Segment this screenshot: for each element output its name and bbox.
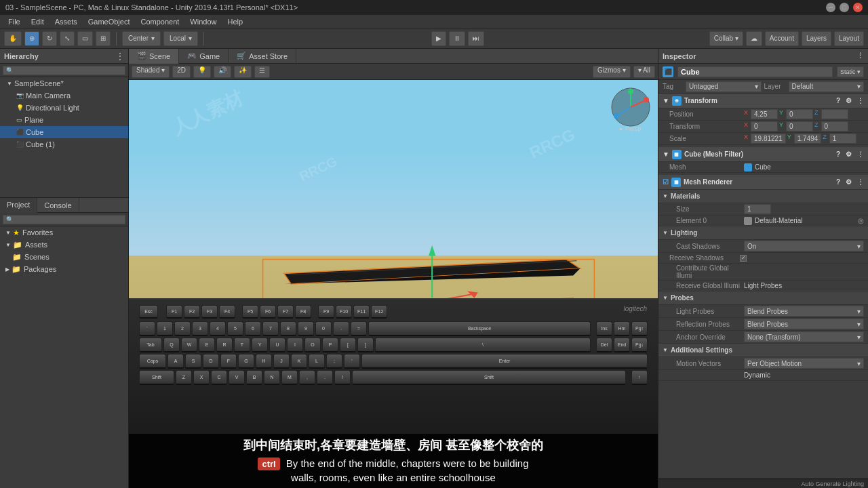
minimize-button[interactable]: ─ [826, 3, 835, 12]
menu-window[interactable]: Window [184, 18, 222, 26]
transform-help[interactable]: ? [836, 97, 840, 104]
rot-y-input[interactable]: 0 [786, 121, 813, 131]
pivot-dropdown[interactable]: Center ▾ [122, 31, 161, 46]
key-c: C [211, 370, 227, 385]
additional-settings-section[interactable]: ▼ Additional Settings [658, 344, 868, 357]
probes-section[interactable]: ▼ Probes [658, 291, 868, 305]
hierarchy-options[interactable]: ⋮ [116, 52, 124, 61]
pos-x-label: X [744, 109, 748, 119]
project-item-favorites[interactable]: ▼ ★ Favorites [0, 226, 128, 239]
close-button[interactable]: ✕ [853, 3, 863, 12]
tool-multi[interactable]: ⊞ [96, 31, 111, 46]
pos-x-input[interactable]: 4.25 [751, 109, 778, 119]
project-item-scenes[interactable]: 📁 Scenes [0, 251, 128, 263]
hidden-objects[interactable]: ☰ [254, 66, 270, 78]
mf-settings[interactable]: ⚙ [846, 150, 852, 158]
pos-z-input[interactable] [821, 109, 848, 119]
size-value[interactable]: 1 [744, 204, 771, 214]
layers-button[interactable]: Layers [802, 31, 831, 46]
step-button[interactable]: ⏭ [468, 31, 484, 46]
effects-button[interactable]: ✨ [234, 66, 252, 78]
mf-overflow[interactable]: ⋮ [857, 150, 864, 158]
account-button[interactable]: Account [765, 31, 799, 46]
tab-console[interactable]: Console [37, 198, 79, 213]
lighting-button[interactable]: 💡 [193, 66, 211, 78]
collab-button[interactable]: Collab ▾ [709, 31, 743, 46]
materials-section[interactable]: ▼ Materials [658, 190, 868, 203]
key-h: H [256, 354, 272, 369]
tab-project[interactable]: Project [0, 198, 37, 213]
transform-component-header[interactable]: ▼ ⊕ Transform ? ⚙ ⋮ [658, 94, 868, 108]
project-search[interactable] [3, 215, 125, 224]
menu-edit[interactable]: Edit [26, 18, 50, 26]
audio-button[interactable]: 🔊 [214, 66, 231, 78]
mr-settings[interactable]: ⚙ [846, 178, 852, 186]
cloud-button[interactable]: ☁ [746, 31, 762, 46]
hierarchy-item-cube[interactable]: ⬛ Cube [0, 126, 128, 138]
transform-overflow[interactable]: ⋮ [857, 97, 864, 104]
object-name-input[interactable] [677, 66, 833, 77]
pos-y-input[interactable]: 0 [786, 109, 813, 119]
scale-x-input[interactable]: 19.81221 [751, 134, 786, 144]
key-l: L [309, 354, 325, 369]
rot-z-input[interactable]: 0 [821, 121, 848, 131]
menu-component[interactable]: Component [135, 18, 184, 26]
cast-shadows-dropdown[interactable]: On ▾ [744, 241, 864, 251]
lighting-section[interactable]: ▼ Lighting [658, 226, 868, 240]
hierarchy-item-scene[interactable]: ▼ SampleScene* [0, 77, 128, 89]
hierarchy-item-cube1[interactable]: ⬛ Cube (1) [0, 138, 128, 150]
all-button[interactable]: ▾ All [633, 66, 655, 78]
key-5: 5 [227, 321, 243, 336]
project-item-packages[interactable]: ▶ 📁 Packages [0, 263, 128, 275]
mf-help[interactable]: ? [836, 150, 840, 158]
inspector-options[interactable]: ⋮ [856, 52, 864, 60]
2d-button[interactable]: 2D [172, 66, 191, 78]
hierarchy-item-camera[interactable]: 📷 Main Camera [0, 89, 128, 102]
menu-help[interactable]: Help [222, 18, 248, 26]
scene-content[interactable]: Y X Z ▸ Persp 人人素材 RRCG RRCG [129, 80, 658, 488]
scale-y-input[interactable]: 1.7494 [794, 134, 822, 144]
light-probes-dropdown[interactable]: Blend Probes ▾ [744, 306, 864, 317]
tool-rotate[interactable]: ↻ [42, 31, 57, 46]
layer-dropdown[interactable]: Default ▾ [789, 81, 865, 92]
tab-game[interactable]: 🎮 Game [179, 49, 229, 64]
tag-dropdown[interactable]: Untagged ▾ [686, 81, 762, 92]
mesh-filter-header[interactable]: ▼ ▦ Cube (Mesh Filter) ? ⚙ ⋮ [658, 147, 868, 162]
hierarchy-item-plane[interactable]: ▭ Plane [0, 114, 128, 126]
scene-tab-label: Scene [149, 52, 170, 60]
transform-title: Transform [684, 97, 717, 104]
element0-pick[interactable]: ◎ [858, 217, 864, 224]
tab-scene[interactable]: 🎬 Scene [129, 49, 179, 64]
hierarchy-search[interactable] [3, 66, 125, 75]
gizmos-button[interactable]: Gizmos ▾ [593, 66, 631, 78]
tool-rect[interactable]: ▭ [77, 31, 93, 46]
pause-button[interactable]: ⏸ [449, 31, 465, 46]
key-6: 6 [245, 321, 261, 336]
menu-assets[interactable]: Assets [50, 18, 83, 26]
tool-scale[interactable]: ⤡ [60, 31, 75, 46]
receive-shadows-checkbox[interactable]: ✓ [740, 255, 747, 262]
space-dropdown[interactable]: Local ▾ [163, 31, 198, 46]
rot-x-input[interactable]: 0 [751, 121, 778, 131]
mesh-renderer-header[interactable]: ☑ ▦ Mesh Renderer ? ⚙ ⋮ [658, 175, 868, 190]
scale-z-input[interactable]: 1 [829, 134, 856, 144]
menu-gameobject[interactable]: GameObject [83, 18, 136, 26]
menu-file[interactable]: File [3, 18, 26, 26]
mr-help[interactable]: ? [836, 178, 840, 186]
play-button[interactable]: ▶ [431, 31, 446, 46]
motion-vectors-dropdown[interactable]: Per Object Motion ▾ [744, 358, 864, 369]
anchor-override-dropdown[interactable]: None (Transform) ▾ [744, 331, 864, 342]
tool-hand[interactable]: ✋ [4, 31, 22, 46]
layout-button[interactable]: Layout [834, 31, 864, 46]
static-label[interactable]: Static ▾ [837, 66, 864, 77]
hierarchy-item-light[interactable]: 💡 Directional Light [0, 102, 128, 114]
reflection-probes-dropdown[interactable]: Blend Probes ▾ [744, 319, 864, 329]
transform-settings[interactable]: ⚙ [846, 97, 852, 104]
shading-dropdown[interactable]: Shaded ▾ [132, 66, 170, 78]
mr-checkbox[interactable]: ☑ [663, 178, 669, 186]
tool-move[interactable]: ⊕ [24, 31, 39, 46]
tab-asset-store[interactable]: 🛒 Asset Store [229, 49, 296, 64]
mr-overflow[interactable]: ⋮ [857, 178, 864, 186]
maximize-button[interactable]: □ [840, 3, 849, 12]
project-item-assets[interactable]: ▼ 📁 Assets [0, 239, 128, 251]
